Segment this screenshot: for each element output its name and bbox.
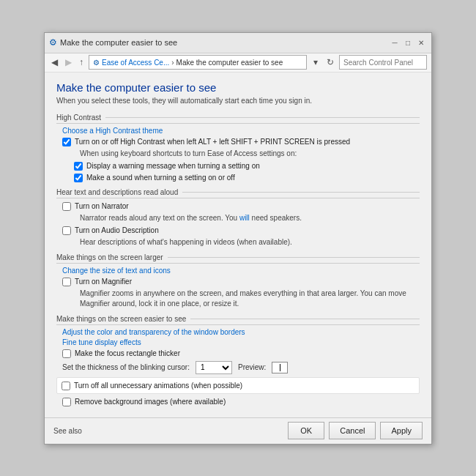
- color-transparency-link[interactable]: Adjust the color and transparency of the…: [62, 328, 420, 336]
- blink-cursor-label: Set the thickness of the blinking cursor…: [62, 363, 190, 371]
- text-icons-link[interactable]: Change the size of text and icons: [62, 267, 420, 275]
- title-bar-left: ⚙ Make the computer easier to see: [49, 37, 177, 48]
- focus-rect-checkbox-row: Make the focus rectangle thicker: [62, 349, 420, 358]
- breadcrumb-separator: ›: [171, 59, 174, 67]
- cursor-preview-cursor: [280, 364, 280, 371]
- high-contrast-sub-note: When using keyboard shortcuts to turn Ea…: [80, 149, 420, 159]
- sound-checkbox-label: Make a sound when turning a setting on o…: [86, 173, 235, 182]
- window-title: Make the computer easier to see: [60, 38, 177, 47]
- fine-tune-link[interactable]: Fine tune display effects: [62, 338, 420, 346]
- page-title: Make the computer easier to see: [56, 81, 420, 94]
- preview-label: Preview:: [238, 363, 266, 371]
- section-narrator: Hear text and descriptions read aloud: [56, 188, 420, 198]
- sound-checkbox-row: Make a sound when turning a setting on o…: [74, 173, 420, 182]
- focus-rect-checkbox-label: Make the focus rectangle thicker: [75, 349, 180, 358]
- warning-checkbox-row: Display a warning message when turning a…: [74, 161, 420, 171]
- title-bar: ⚙ Make the computer easier to see ─ □ ✕: [45, 33, 431, 53]
- narrator-highlight: will: [239, 214, 250, 222]
- up-button[interactable]: ↑: [77, 56, 86, 68]
- narrator-checkbox[interactable]: [62, 202, 71, 211]
- minimize-button[interactable]: ─: [389, 37, 401, 48]
- window-icon: ⚙: [49, 37, 57, 48]
- section-display: Make things on the screen easier to see: [56, 315, 420, 325]
- address-icon: ⚙: [93, 59, 100, 67]
- see-also-label: See also: [53, 427, 82, 435]
- high-contrast-checkbox-row: Turn on or off High Contrast when left A…: [62, 137, 420, 146]
- refresh-button[interactable]: ↻: [324, 56, 336, 68]
- animations-checkbox[interactable]: [62, 382, 70, 390]
- narrator-description: Narrator reads aloud any text on the scr…: [80, 213, 420, 223]
- magnifier-checkbox[interactable]: [62, 278, 71, 286]
- footer-buttons: OK Cancel Apply: [288, 422, 423, 439]
- maximize-button[interactable]: □: [402, 37, 414, 48]
- background-checkbox[interactable]: [62, 398, 71, 406]
- background-checkbox-label: Remove background images (where availabl…: [75, 397, 226, 406]
- audio-desc-checkbox-row: Turn on Audio Description: [62, 226, 420, 235]
- breadcrumb-ease-of-access[interactable]: Ease of Access Ce...: [102, 59, 169, 67]
- audio-desc-checkbox[interactable]: [62, 226, 71, 235]
- animations-highlight-row: Turn off all unnecessary animations (whe…: [56, 377, 420, 394]
- audio-desc-description: Hear descriptions of what's happening in…: [80, 237, 420, 248]
- cursor-preview-box: [272, 362, 288, 373]
- page-subtitle: When you select these tools, they will a…: [56, 97, 420, 105]
- cancel-button[interactable]: Cancel: [329, 422, 376, 439]
- footer-bar: See also OK Cancel Apply: [45, 417, 431, 444]
- ok-button[interactable]: OK: [288, 422, 324, 439]
- search-input[interactable]: [339, 55, 427, 70]
- blink-cursor-row: Set the thickness of the blinking cursor…: [62, 361, 420, 374]
- magnifier-checkbox-label: Turn on Magnifier: [75, 277, 132, 286]
- nav-bar: ◀ ▶ ↑ ⚙ Ease of Access Ce... › Make the …: [45, 53, 431, 72]
- animations-checkbox-label: Turn off all unnecessary animations (whe…: [74, 381, 242, 390]
- address-bar: ⚙ Ease of Access Ce... › Make the comput…: [89, 55, 307, 70]
- section-magnifier: Make things on the screen larger: [56, 253, 420, 264]
- animations-checkbox-row: Turn off all unnecessary animations (whe…: [62, 381, 414, 390]
- sound-checkbox[interactable]: [74, 174, 83, 182]
- narrator-checkbox-label: Turn on Narrator: [75, 201, 129, 211]
- address-dropdown-button[interactable]: ▾: [310, 56, 321, 68]
- magnifier-description: Magnifier zooms in anywhere on the scree…: [80, 289, 420, 309]
- high-contrast-checkbox[interactable]: [62, 138, 71, 146]
- back-button[interactable]: ◀: [49, 56, 60, 68]
- warning-checkbox-label: Display a warning message when turning a…: [86, 161, 260, 171]
- close-button[interactable]: ✕: [415, 37, 427, 48]
- apply-button[interactable]: Apply: [380, 422, 423, 439]
- content-area: Make the computer easier to see When you…: [45, 72, 431, 417]
- section-high-contrast: High Contrast: [56, 114, 420, 124]
- audio-desc-checkbox-label: Turn on Audio Description: [75, 226, 159, 235]
- warning-checkbox[interactable]: [74, 162, 83, 171]
- blink-cursor-select[interactable]: 12345: [196, 361, 232, 374]
- forward-button[interactable]: ▶: [63, 56, 74, 68]
- narrator-checkbox-row: Turn on Narrator: [62, 201, 420, 211]
- main-window: ⚙ Make the computer easier to see ─ □ ✕ …: [44, 32, 432, 445]
- high-contrast-checkbox-label: Turn on or off High Contrast when left A…: [75, 137, 350, 146]
- title-bar-controls: ─ □ ✕: [389, 37, 427, 48]
- magnifier-checkbox-row: Turn on Magnifier: [62, 277, 420, 286]
- focus-rect-checkbox[interactable]: [62, 349, 71, 358]
- high-contrast-theme-link[interactable]: Choose a High Contrast theme: [62, 127, 420, 135]
- breadcrumb-current: Make the computer easier to see: [176, 59, 283, 67]
- background-checkbox-row: Remove background images (where availabl…: [62, 397, 420, 406]
